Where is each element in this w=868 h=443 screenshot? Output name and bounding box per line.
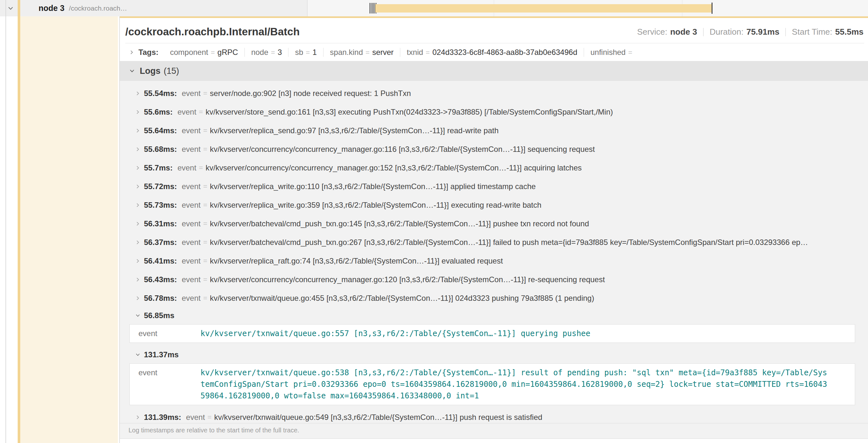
span-tint-column (20, 16, 118, 443)
log-field-key: event (182, 238, 201, 247)
chevron-down-icon[interactable] (135, 313, 141, 318)
equals-sign: = (208, 413, 212, 421)
log-tick-marker (369, 3, 370, 13)
log-field-value: kv/kvserver/concurrency/concurrency_mana… (210, 145, 595, 154)
span-duration-bar (375, 4, 713, 12)
tags-label: Tags: (138, 48, 158, 57)
chevron-right-icon[interactable] (135, 221, 141, 227)
detail-header-meta: Service: node 3 Duration: 75.91ms Start … (637, 27, 864, 38)
log-field-value: kv/kvserver/replica_send.go:97 [n3,s3,r6… (210, 126, 499, 135)
chevron-right-icon[interactable] (135, 295, 141, 301)
log-field-value: kv/kvserver/replica_write.go:110 [n3,s3,… (210, 182, 535, 191)
log-entry-row[interactable]: 55.72ms: event = kv/kvserver/replica_wri… (120, 177, 868, 196)
log-entry-row[interactable]: 55.64ms: event = kv/kvserver/replica_sen… (120, 121, 868, 140)
equals-sign: = (203, 294, 207, 302)
span-row[interactable]: node 3 /cockroach.roach… 75.91ms (0, 0, 868, 16)
span-detail-card: /cockroach.roachpb.Internal/Batch Servic… (120, 16, 868, 439)
chevron-right-icon[interactable] (135, 277, 141, 282)
detail-header: /cockroach.roachpb.Internal/Batch Servic… (120, 18, 868, 38)
log-entry-expanded-header[interactable]: 131.37ms (120, 347, 868, 363)
span-timeline-cell[interactable]: 75.91ms (307, 0, 868, 16)
log-timestamp: 55.6ms: (144, 107, 173, 116)
log-timestamp: 131.37ms (144, 350, 179, 359)
chevron-down-icon[interactable] (135, 352, 141, 357)
log-field-key: event (182, 257, 201, 266)
chevron-right-icon[interactable] (135, 414, 141, 420)
log-fields-card: event kv/kvserver/txnwait/queue.go:538 [… (129, 364, 855, 405)
service-label: Service: (637, 27, 667, 37)
log-timestamp: 56.31ms: (144, 219, 177, 228)
log-field-value: kv/kvserver/replica_raft.go:74 [n3,s3,r6… (210, 257, 503, 266)
equals-sign: = (203, 145, 207, 154)
log-field-key: event (182, 126, 201, 135)
log-entry-row[interactable]: 131.39ms: event = kv/kvserver/txnwait/qu… (120, 409, 868, 423)
tag-item: component=gRPC (163, 48, 245, 57)
log-entry-row[interactable]: 56.31ms: event = kv/kvserver/batcheval/c… (120, 214, 868, 233)
chevron-right-icon[interactable] (129, 49, 134, 55)
log-timestamp: 55.72ms: (144, 182, 177, 191)
meta-separator (703, 28, 704, 36)
log-entry-row[interactable]: 56.41ms: event = kv/kvserver/replica_raf… (120, 252, 868, 270)
log-entry-row[interactable]: 56.43ms: event = kv/kvserver/concurrency… (120, 270, 868, 289)
log-timestamp: 131.39ms: (144, 413, 181, 422)
log-field-key: event (182, 275, 201, 284)
log-entry-row[interactable]: 56.78ms: event = kv/kvserver/txnwait/que… (120, 289, 868, 308)
log-field-key: event (182, 145, 201, 154)
equals-sign: = (203, 219, 207, 228)
log-entry-row[interactable]: 56.37ms: event = kv/kvserver/batcheval/c… (120, 233, 868, 252)
log-field-key: event (182, 294, 201, 303)
logs-title: Logs (140, 66, 161, 76)
equals-sign: = (203, 89, 207, 98)
equals-sign: = (203, 257, 207, 265)
log-entry-row[interactable]: 55.73ms: event = kv/kvserver/replica_wri… (120, 196, 868, 214)
log-tick-marker (371, 3, 371, 13)
service-value: node 3 (670, 27, 697, 37)
log-entry-expanded-header[interactable]: 56.85ms (120, 308, 868, 323)
tag-item: txnid=024d3323-6c8f-4863-aa8b-37ab0e6349… (400, 48, 584, 57)
log-field-value: kv/kvserver/txnwait/queue.go:549 [n3,s3,… (214, 413, 542, 422)
log-field-key: event (177, 163, 196, 172)
log-tick-marker (372, 3, 373, 13)
log-timestamp: 55.54ms: (144, 89, 177, 98)
log-tick-marker-end (712, 3, 713, 14)
chevron-right-icon[interactable] (135, 183, 141, 190)
start-time-label: Start Time: (792, 27, 832, 37)
equals-sign: = (203, 182, 207, 191)
chevron-right-icon[interactable] (135, 258, 141, 264)
equals-sign: = (199, 164, 203, 172)
tags-accordion[interactable]: Tags: component=gRPC node=3 sb=1 span.ki… (120, 43, 868, 61)
chevron-right-icon[interactable] (135, 165, 141, 171)
chevron-down-icon[interactable] (129, 68, 135, 74)
span-color-stripe (18, 0, 20, 443)
chevron-right-icon[interactable] (135, 128, 141, 134)
chevron-down-icon[interactable] (7, 5, 14, 12)
equals-sign: = (203, 238, 207, 246)
start-time-value: 55.5ms (835, 27, 864, 37)
log-timestamp: 55.73ms: (144, 201, 177, 210)
log-timestamp: 55.64ms: (144, 126, 177, 135)
equals-sign: = (203, 275, 207, 284)
log-entry-row[interactable]: 55.54ms: event = server/node.go:902 [n3]… (120, 84, 868, 103)
tag-item: sb=1 (288, 48, 323, 57)
chevron-right-icon[interactable] (135, 146, 141, 152)
chevron-right-icon[interactable] (135, 109, 141, 115)
chevron-right-icon[interactable] (135, 91, 141, 96)
log-entry-row[interactable]: 55.6ms: event = kv/kvserver/store_send.g… (120, 103, 868, 121)
chevron-right-icon[interactable] (135, 202, 141, 208)
tag-item: unfinished= (584, 48, 641, 57)
log-timestamp: 56.85ms (144, 311, 175, 320)
chevron-right-icon[interactable] (135, 239, 141, 245)
log-tick-marker (373, 3, 374, 13)
log-entry-row[interactable]: 55.68ms: event = kv/kvserver/concurrency… (120, 140, 868, 159)
log-timestamp: 56.37ms: (144, 238, 177, 247)
log-entry-row[interactable]: 55.7ms: event = kv/kvserver/concurrency/… (120, 159, 868, 177)
log-field-key: event (182, 89, 201, 98)
log-field-value: kv/kvserver/txnwait/queue.go:455 [n3,s3,… (210, 294, 594, 303)
logs-accordion-header[interactable]: Logs (15) (120, 61, 868, 81)
log-field-key: event (182, 182, 201, 191)
log-field-key: event (182, 201, 201, 210)
span-name-cell[interactable]: node 3 /cockroach.roach… (0, 0, 307, 16)
log-timestamp: 56.43ms: (144, 275, 177, 284)
log-timestamp: 55.7ms: (144, 163, 173, 172)
log-field-key: event (186, 413, 205, 422)
